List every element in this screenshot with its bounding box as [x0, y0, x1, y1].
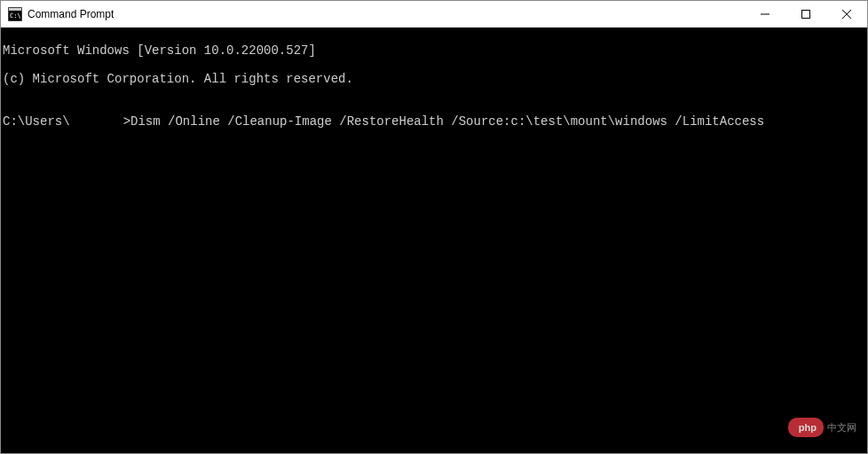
- watermark-badge: php: [788, 418, 824, 437]
- watermark-text: 中文网: [827, 420, 856, 434]
- prompt-suffix: >: [123, 114, 130, 129]
- maximize-button[interactable]: [785, 1, 826, 27]
- svg-text:C:\: C:\: [10, 12, 21, 20]
- window-title: Command Prompt: [28, 8, 745, 20]
- prompt-prefix: C:\Users\: [3, 114, 70, 129]
- command-prompt-icon: C:\: [8, 7, 22, 21]
- svg-rect-1: [9, 8, 21, 11]
- command-prompt-window: C:\ Command Prompt Microsoft Windows [Ve…: [0, 0, 868, 454]
- titlebar[interactable]: C:\ Command Prompt: [1, 1, 867, 27]
- redacted-username: [70, 114, 123, 129]
- close-button[interactable]: [826, 1, 867, 27]
- command-input: Dism /Online /Cleanup-Image /RestoreHeal…: [130, 114, 764, 129]
- minimize-button[interactable]: [745, 1, 785, 27]
- terminal-prompt-line: C:\Users\ >Dism /Online /Cleanup-Image /…: [3, 114, 865, 129]
- watermark: php 中文网: [788, 418, 856, 437]
- terminal-area[interactable]: Microsoft Windows [Version 10.0.22000.52…: [1, 27, 867, 453]
- terminal-output-line: Microsoft Windows [Version 10.0.22000.52…: [3, 43, 865, 58]
- window-controls: [745, 1, 867, 27]
- terminal-output-line: (c) Microsoft Corporation. All rights re…: [3, 72, 865, 86]
- svg-rect-4: [802, 11, 810, 19]
